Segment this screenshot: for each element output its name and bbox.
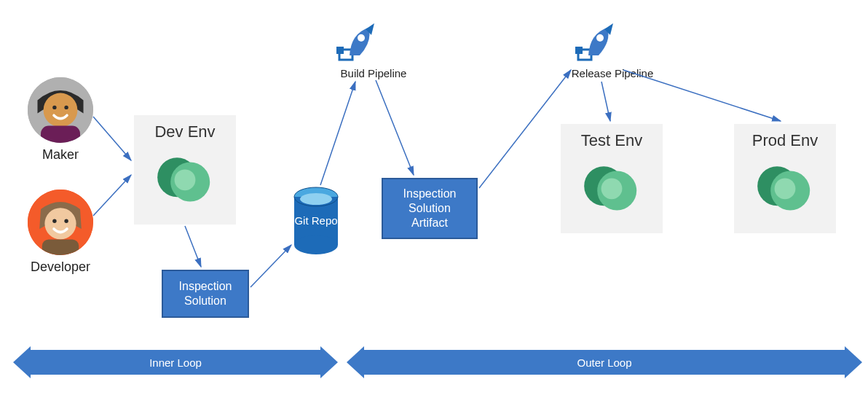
git-repo-cylinder: Git Repo (290, 185, 342, 261)
test-env-title: Test Env (581, 131, 642, 150)
svg-point-26 (601, 178, 623, 199)
dev-env-title: Dev Env (154, 122, 215, 141)
outer-loop-bar: Outer Loop (364, 350, 845, 375)
svg-rect-22 (575, 47, 583, 54)
svg-line-30 (93, 117, 131, 160)
inspection-solution-text: Inspection Solution (179, 279, 232, 308)
inspection-artifact-box: Inspection Solution Artifact (382, 178, 478, 239)
inner-loop-bar: Inner Loop (31, 350, 320, 375)
developer-label: Developer (20, 260, 100, 275)
power-platform-icon (752, 155, 818, 220)
svg-point-6 (44, 208, 76, 239)
developer-avatar (28, 190, 93, 255)
svg-point-17 (300, 193, 332, 205)
svg-point-1 (44, 93, 78, 128)
svg-point-7 (52, 219, 56, 223)
svg-line-35 (376, 80, 414, 175)
svg-point-29 (775, 178, 796, 199)
build-pipeline-label: Build Pipeline (326, 67, 421, 79)
svg-line-33 (250, 245, 291, 287)
git-repo-label: Git Repo (290, 214, 342, 227)
inner-loop-label: Inner Loop (149, 356, 202, 369)
dev-env-box: Dev Env (134, 115, 236, 225)
svg-rect-19 (336, 47, 344, 54)
svg-point-15 (294, 235, 338, 254)
svg-line-32 (185, 226, 201, 267)
svg-point-3 (64, 106, 68, 109)
svg-point-8 (64, 219, 68, 223)
svg-point-23 (596, 34, 604, 42)
maker-avatar (28, 77, 93, 143)
svg-point-12 (175, 169, 196, 190)
inspection-solution-box: Inspection Solution (162, 270, 249, 318)
prod-env-title: Prod Env (752, 131, 818, 150)
build-pipeline-icon (335, 19, 382, 69)
svg-rect-4 (41, 126, 80, 143)
power-platform-icon (152, 146, 218, 211)
svg-point-20 (358, 34, 365, 42)
inspection-artifact-text: Inspection Solution Artifact (403, 187, 457, 230)
svg-line-37 (601, 82, 610, 121)
svg-line-36 (479, 70, 571, 188)
svg-line-31 (93, 175, 131, 216)
maker-label: Maker (29, 147, 92, 163)
svg-line-34 (320, 82, 355, 185)
svg-rect-9 (42, 239, 79, 255)
test-env-box: Test Env (561, 124, 663, 233)
release-pipeline-icon (574, 19, 620, 69)
prod-env-box: Prod Env (734, 124, 836, 233)
svg-point-2 (52, 106, 56, 109)
release-pipeline-label: Release Pipeline (558, 67, 667, 79)
power-platform-icon (579, 155, 644, 220)
outer-loop-label: Outer Loop (577, 356, 631, 369)
